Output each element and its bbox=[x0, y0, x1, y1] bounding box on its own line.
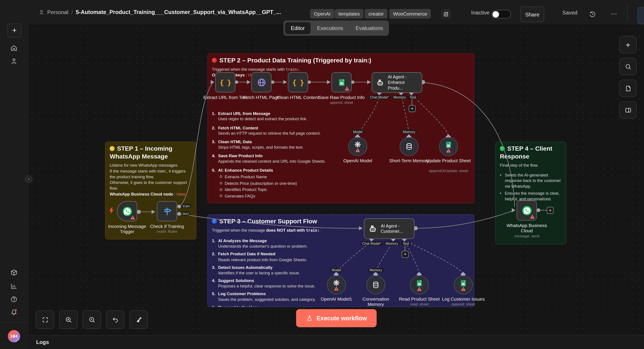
port-model-label: Model bbox=[352, 130, 364, 134]
node-ai-agent-customer[interactable]: AI Agent -Customer... bbox=[364, 219, 414, 239]
warning-icon bbox=[417, 286, 422, 291]
zoom-in-button[interactable] bbox=[59, 311, 78, 329]
node-conversation-memory[interactable]: ConversationMemory bbox=[366, 276, 385, 294]
warning-icon bbox=[334, 286, 339, 291]
node-label: Save Raw Product Info bbox=[315, 95, 368, 100]
edit-note-icon bbox=[443, 11, 449, 17]
node-save-raw-product-info[interactable]: Save Raw Product Info append: sheet bbox=[332, 72, 352, 92]
google-sheets-icon bbox=[415, 279, 424, 287]
workflow-history-button[interactable] bbox=[587, 9, 597, 19]
notifications-bell-icon[interactable] bbox=[10, 309, 18, 316]
history-clock-icon bbox=[589, 10, 596, 17]
tab-editor[interactable]: Editor bbox=[285, 22, 310, 34]
execute-workflow-button[interactable]: Execute workflow bbox=[296, 309, 377, 327]
node-log-customer-issues[interactable]: Log Customer Issues append: sheet bbox=[454, 276, 473, 294]
activation-status-label: Inactive bbox=[471, 9, 490, 15]
zoom-to-fit-button[interactable] bbox=[36, 311, 54, 329]
tag-templates[interactable]: templates bbox=[335, 9, 364, 18]
assistant-button[interactable] bbox=[638, 7, 644, 24]
port-memory[interactable]: Memory bbox=[384, 242, 399, 246]
left-sidebar: + HH bbox=[0, 0, 28, 349]
more-options-button[interactable]: ⋯ bbox=[609, 9, 619, 19]
openai-icon: ❋ bbox=[354, 141, 361, 148]
code-braces-icon: { } bbox=[292, 78, 304, 86]
node-label: AI Agent - bbox=[388, 74, 406, 79]
port-chat-model[interactable]: Chat Model* bbox=[369, 95, 390, 99]
globe-icon bbox=[256, 77, 267, 88]
tidy-up-button[interactable] bbox=[130, 311, 148, 329]
robot-icon bbox=[368, 224, 378, 234]
edit-tags-button[interactable] bbox=[441, 9, 451, 19]
openai-icon: ❋ bbox=[333, 279, 340, 287]
add-tool-button[interactable]: + bbox=[409, 105, 416, 112]
toggle-panel-button[interactable] bbox=[620, 101, 637, 119]
workflow-title[interactable]: 5-Automate_Product_Training___Customer_S… bbox=[76, 9, 281, 15]
node-check-if-training[interactable]: Check If Training mode: Rules bbox=[157, 201, 177, 221]
node-read-product-sheet[interactable]: Read Product Sheet read: sheet bbox=[410, 276, 429, 294]
tag-woocommerce[interactable]: WooCommerce bbox=[390, 9, 431, 18]
database-icon bbox=[404, 142, 414, 151]
tag-creator[interactable]: creator bbox=[365, 9, 388, 18]
insights-chart-icon[interactable] bbox=[10, 283, 18, 290]
tab-evaluations[interactable]: Evaluations bbox=[350, 22, 389, 34]
personal-icon[interactable] bbox=[10, 57, 18, 65]
saved-status: Saved bbox=[562, 9, 578, 15]
signpost-icon bbox=[162, 206, 172, 217]
node-openai-model[interactable]: ❋ OpenAI Model bbox=[348, 137, 367, 156]
new-workflow-button[interactable]: + bbox=[8, 23, 22, 37]
node-short-term-memory[interactable]: Short-Term Memory bbox=[400, 137, 418, 156]
templates-box-icon[interactable] bbox=[10, 269, 18, 276]
expand-sidebar-chevron[interactable]: › bbox=[25, 175, 32, 183]
tab-executions[interactable]: Executions bbox=[311, 22, 349, 34]
node-extract-url-from-text[interactable]: { } Extract URL from Text bbox=[215, 72, 236, 92]
add-tool-button[interactable]: + bbox=[402, 251, 409, 258]
node-label: AI Agent - bbox=[381, 223, 400, 228]
robot-icon bbox=[376, 77, 385, 88]
node-update-product-sheet[interactable]: Update Product Sheet appendOrUpdate: she… bbox=[439, 137, 458, 156]
activation-toggle[interactable] bbox=[491, 10, 511, 18]
breadcrumb-project[interactable]: Personal bbox=[47, 9, 68, 15]
port-memory-label: Memory bbox=[402, 130, 417, 134]
zoom-in-icon bbox=[64, 316, 72, 323]
google-sheets-icon bbox=[444, 141, 453, 149]
port-tool[interactable]: Tool bbox=[401, 242, 410, 246]
node-whatsapp-business-cloud[interactable]: WhatsApp BusinessCloud message: send bbox=[517, 200, 537, 221]
node-label: Check If Training bbox=[140, 224, 194, 229]
search-nodes-button[interactable] bbox=[620, 58, 637, 75]
zoom-out-icon bbox=[88, 316, 96, 323]
undo-button[interactable] bbox=[106, 311, 124, 329]
zoom-out-button[interactable] bbox=[82, 311, 101, 329]
logs-panel-header[interactable]: Logs bbox=[28, 335, 644, 349]
sticky-note-button[interactable] bbox=[620, 80, 637, 97]
help-icon[interactable] bbox=[10, 296, 18, 303]
home-icon[interactable] bbox=[10, 44, 18, 52]
search-icon bbox=[624, 63, 632, 70]
port-tool[interactable]: Tool bbox=[408, 95, 417, 99]
warning-icon bbox=[130, 215, 135, 220]
add-node-button[interactable]: + bbox=[547, 207, 554, 214]
person-icon bbox=[38, 9, 44, 15]
port-chat-model[interactable]: Chat Model* bbox=[361, 242, 382, 246]
warning-icon bbox=[344, 86, 350, 91]
node-label: Update Product Sheet bbox=[422, 158, 475, 163]
breadcrumb[interactable]: Personal / 5-Automate_Product_Training__… bbox=[38, 8, 281, 15]
warning-icon bbox=[530, 214, 535, 219]
node-subtitle: append: sheet bbox=[315, 100, 368, 105]
broom-icon bbox=[135, 316, 142, 323]
flask-icon bbox=[306, 315, 313, 322]
node-clean-html-content[interactable]: { } Clean HTML Content bbox=[288, 72, 308, 92]
node-openai-model1[interactable]: ❋ OpenAI Model1 bbox=[327, 276, 346, 294]
user-avatar[interactable]: HH bbox=[8, 330, 20, 343]
share-button[interactable]: Share bbox=[520, 6, 544, 22]
node-fetch-html-page[interactable]: Fetch HTML Page bbox=[252, 72, 272, 92]
trigger-bolt-icon bbox=[108, 207, 114, 214]
n8n-app: STEP 2 – Product Data Training (Triggere… bbox=[0, 0, 644, 349]
node-ai-agent-enhance[interactable]: AI Agent -Enhance Produ... bbox=[372, 72, 422, 93]
tag-openai[interactable]: OpenAI bbox=[310, 9, 334, 18]
port-memory-label: Memory bbox=[368, 268, 383, 272]
add-node-panel-button[interactable]: + bbox=[620, 36, 637, 53]
output-branch-text: text bbox=[182, 212, 190, 216]
port-memory[interactable]: Memory bbox=[392, 95, 407, 99]
node-incoming-message-trigger[interactable]: Incoming MessageTrigger bbox=[117, 201, 137, 221]
output-branch-train: train bbox=[182, 204, 191, 208]
